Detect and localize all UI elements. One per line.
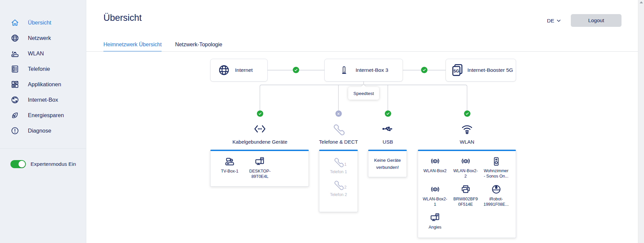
logout-button[interactable]: Logout — [571, 14, 622, 27]
ethernet-icon — [253, 122, 267, 136]
device-card-wlan: WLAN-Box2 WLAN-Box2-2 Wohnzimmer - Sonos… — [418, 150, 516, 238]
antenna-icon — [460, 156, 471, 166]
antenna-icon — [430, 156, 441, 166]
device-label: WLAN-Box2 — [423, 168, 447, 174]
branch-wlan: WLAN — [430, 110, 504, 145]
globe-arrows-icon — [10, 95, 19, 104]
speedtest-button[interactable]: Speedtest — [348, 87, 379, 100]
device-angies-desktop[interactable]: Angies — [420, 212, 450, 240]
device-label: iRobot-19991F08E... — [483, 196, 509, 207]
device-robot-vacuum[interactable]: iRobot-19991F08E... — [481, 184, 511, 212]
language-label: DE — [547, 18, 554, 24]
sidebar-item-label: Telefonie — [28, 66, 50, 72]
sidebar-item-telefonie[interactable]: Telefonie — [0, 61, 86, 77]
svg-text:5G: 5G — [454, 69, 459, 74]
phone-handset-icon: 1 — [333, 157, 344, 167]
speaker-icon — [491, 156, 501, 166]
node-label: Internet-Booster 5G — [467, 67, 513, 73]
wifi-icon — [460, 122, 474, 136]
sidebar-item-label: Netzwerk — [28, 35, 51, 41]
branch-label: Kabelgebundene Geräte — [232, 139, 287, 145]
sidebar-item-energiesparen[interactable]: Energiesparen — [0, 107, 86, 123]
device-label: Wohnzimmer - Sonos On... — [483, 168, 509, 179]
globe-icon — [218, 64, 230, 77]
device-label: BRW802BF90F514E — [453, 196, 479, 207]
sidebar-divider — [0, 148, 86, 149]
device-label: WLAN-Box2-1 — [422, 196, 448, 207]
chevron-down-icon — [557, 19, 561, 22]
device-telefon-2[interactable]: 2 Telefon 2 — [323, 180, 354, 197]
device-wlan-box2-2[interactable]: WLAN-Box2-2 — [451, 156, 481, 184]
desktop-icon — [430, 212, 441, 223]
device-tv-box[interactable]: TV-Box-1 — [215, 156, 245, 186]
branch-usb: USB — [351, 110, 425, 145]
link-status-ok-icon — [293, 67, 299, 73]
home-icon — [10, 18, 19, 27]
phone-handset-icon — [332, 122, 345, 136]
sidebar-item-label: Diagnose — [28, 128, 51, 134]
scroll-up-arrow-icon[interactable] — [640, 1, 643, 3]
tv-box-icon — [224, 156, 235, 167]
node-label: Internet-Box 3 — [356, 67, 388, 73]
device-label: WLAN-Box2-2 — [453, 168, 479, 179]
expert-mode-label: Expertenmodus Ein — [31, 161, 76, 167]
device-desktop[interactable]: DESKTOP-89T0E4L — [245, 156, 275, 186]
device-card-wired: TV-Box-1 DESKTOP-89T0E4L — [210, 150, 309, 187]
vertical-scrollbar[interactable] — [638, 0, 644, 243]
toggle-knob — [18, 161, 25, 167]
device-wlan-box2[interactable]: WLAN-Box2 — [420, 156, 450, 184]
sidebar-item-label: Applikationen — [28, 81, 61, 88]
tab-bar: Heimnetzwerk Übersicht Netzwerk-Topologi… — [103, 42, 222, 52]
phone-directory-icon — [10, 64, 19, 74]
printer-icon — [460, 184, 471, 195]
booster-5g-icon: 5G — [450, 63, 464, 77]
sidebar-item-applikationen[interactable]: Applikationen — [0, 77, 86, 92]
device-label: Angies — [428, 225, 441, 230]
language-selector[interactable]: DE — [547, 18, 561, 24]
link-status-ok-icon — [421, 67, 427, 73]
usb-icon — [381, 122, 394, 136]
device-label: DESKTOP-89T0E4L — [247, 168, 273, 180]
sidebar-item-label: Übersicht — [28, 19, 51, 26]
device-label: Telefon 1 — [330, 169, 347, 175]
branch-label: USB — [383, 139, 393, 145]
apps-grid-icon — [10, 80, 19, 89]
sidebar-item-internet-box[interactable]: Internet-Box — [0, 92, 86, 107]
branch-label: WLAN — [460, 139, 474, 145]
robot-vacuum-icon — [491, 184, 502, 195]
desktop-icon — [255, 156, 265, 167]
node-internet-booster-5g[interactable]: 5G Internet-Booster 5G — [446, 59, 516, 82]
sidebar-item-label: Internet-Box — [28, 97, 58, 103]
page-title: Übersicht — [103, 13, 142, 23]
phone-number-badge: 2 — [344, 185, 347, 190]
sidebar: Übersicht Netzwerk WLAN Telefonie — [0, 0, 86, 243]
device-card-phones: 1 Telefon 1 2 Telefon 2 — [319, 150, 358, 212]
topology-diagram: Internet Internet-Box 3 5G Internet-Boos… — [86, 52, 638, 243]
device-sonos-speaker[interactable]: Wohnzimmer - Sonos On... — [481, 156, 511, 184]
device-label: TV-Box-1 — [221, 168, 238, 174]
alert-circle-icon — [10, 126, 19, 135]
sidebar-item-netzwerk[interactable]: Netzwerk — [0, 30, 86, 46]
device-printer[interactable]: BRW802BF90F514E — [451, 184, 481, 212]
node-internet[interactable]: Internet — [210, 59, 268, 82]
sidebar-item-wlan[interactable]: WLAN — [0, 46, 86, 61]
sidebar-item-label: WLAN — [28, 50, 44, 57]
status-off-icon — [335, 110, 342, 117]
tab-heimnetzwerk-uebersicht[interactable]: Heimnetzwerk Übersicht — [103, 42, 162, 52]
tab-netzwerk-topologie[interactable]: Netzwerk-Topologie — [175, 42, 222, 52]
sidebar-item-diagnose[interactable]: Diagnose — [0, 123, 86, 138]
expert-mode-toggle[interactable] — [10, 160, 26, 168]
sidebar-item-uebersicht[interactable]: Übersicht — [0, 15, 86, 30]
router-tower-icon — [339, 63, 348, 78]
device-telefon-1[interactable]: 1 Telefon 1 — [323, 157, 354, 175]
phone-handset-icon: 2 — [333, 180, 344, 190]
antenna-icon — [430, 184, 441, 195]
leaf-arrow-icon — [10, 111, 19, 120]
device-wlan-box2-1[interactable]: WLAN-Box2-1 — [420, 184, 450, 212]
node-internet-box-3[interactable]: Internet-Box 3 — [324, 59, 403, 82]
status-ok-icon — [464, 110, 470, 117]
device-card-usb: Keine Geräte verbunden! — [368, 150, 407, 177]
globe-icon — [10, 34, 19, 43]
sidebar-item-label: Energiesparen — [28, 112, 64, 118]
phone-number-badge: 1 — [344, 162, 347, 167]
